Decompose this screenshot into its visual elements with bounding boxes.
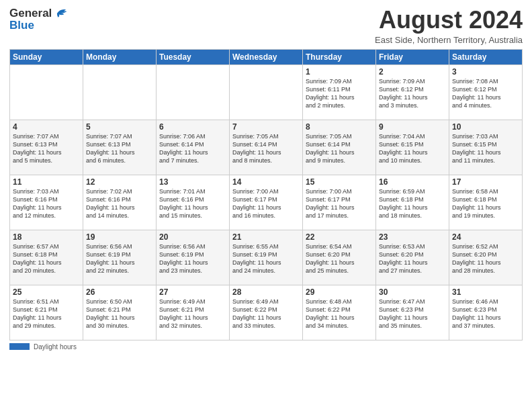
day-info: Sunrise: 6:46 AM Sunset: 6:23 PM Dayligh… — [452, 298, 519, 330]
calendar-cell: 9Sunrise: 7:04 AM Sunset: 6:15 PM Daylig… — [376, 120, 449, 175]
day-number: 21 — [232, 232, 300, 242]
title-block: August 2024 East Side, Northern Territor… — [375, 7, 523, 45]
day-info: Sunrise: 6:55 AM Sunset: 6:19 PM Dayligh… — [232, 242, 300, 275]
day-number: 29 — [306, 287, 373, 297]
calendar-cell: 13Sunrise: 7:01 AM Sunset: 6:16 PM Dayli… — [157, 175, 230, 230]
calendar-cell: 17Sunrise: 6:58 AM Sunset: 6:18 PM Dayli… — [449, 175, 523, 230]
header: General Blue August 2024 East Side, Nort… — [9, 7, 523, 45]
calendar-table: SundayMondayTuesdayWednesdayThursdayFrid… — [9, 49, 523, 340]
day-number: 20 — [159, 232, 226, 242]
day-info: Sunrise: 7:07 AM Sunset: 6:13 PM Dayligh… — [13, 132, 80, 165]
calendar-cell: 23Sunrise: 6:53 AM Sunset: 6:20 PM Dayli… — [376, 230, 449, 285]
logo-general-text: General — [9, 7, 52, 20]
calendar-week-row: 1Sunrise: 7:09 AM Sunset: 6:11 PM Daylig… — [10, 64, 523, 120]
calendar-cell: 14Sunrise: 7:00 AM Sunset: 6:17 PM Dayli… — [230, 175, 303, 230]
day-number: 5 — [86, 122, 153, 132]
weekday-header-wednesday: Wednesday — [230, 49, 303, 64]
calendar-cell: 22Sunrise: 6:54 AM Sunset: 6:20 PM Dayli… — [303, 230, 376, 285]
calendar-cell: 1Sunrise: 7:09 AM Sunset: 6:11 PM Daylig… — [303, 64, 376, 120]
calendar-cell: 27Sunrise: 6:49 AM Sunset: 6:21 PM Dayli… — [157, 285, 230, 340]
day-number: 11 — [13, 177, 80, 187]
day-info: Sunrise: 7:09 AM Sunset: 6:11 PM Dayligh… — [306, 77, 373, 110]
calendar-cell: 29Sunrise: 6:48 AM Sunset: 6:22 PM Dayli… — [303, 285, 376, 340]
calendar-cell: 2Sunrise: 7:09 AM Sunset: 6:12 PM Daylig… — [376, 64, 449, 120]
day-number: 12 — [86, 177, 153, 187]
calendar-cell: 26Sunrise: 6:50 AM Sunset: 6:21 PM Dayli… — [83, 285, 157, 340]
day-info: Sunrise: 6:56 AM Sunset: 6:19 PM Dayligh… — [86, 242, 153, 275]
day-info: Sunrise: 7:05 AM Sunset: 6:14 PM Dayligh… — [232, 132, 300, 165]
calendar-cell: 3Sunrise: 7:08 AM Sunset: 6:12 PM Daylig… — [449, 64, 523, 120]
day-number: 3 — [452, 67, 519, 77]
day-info: Sunrise: 6:50 AM Sunset: 6:21 PM Dayligh… — [86, 298, 153, 330]
day-number: 4 — [13, 122, 80, 132]
weekday-header-saturday: Saturday — [449, 49, 523, 64]
day-number: 8 — [306, 122, 373, 132]
calendar-cell: 20Sunrise: 6:56 AM Sunset: 6:19 PM Dayli… — [157, 230, 230, 285]
calendar-cell: 15Sunrise: 7:00 AM Sunset: 6:17 PM Dayli… — [303, 175, 376, 230]
logo-blue-text: Blue — [9, 19, 68, 32]
day-number: 6 — [159, 122, 226, 132]
calendar-cell: 18Sunrise: 6:57 AM Sunset: 6:18 PM Dayli… — [10, 230, 83, 285]
day-info: Sunrise: 6:58 AM Sunset: 6:18 PM Dayligh… — [452, 187, 519, 220]
calendar-cell — [83, 64, 157, 120]
calendar-cell: 28Sunrise: 6:49 AM Sunset: 6:22 PM Dayli… — [230, 285, 303, 340]
calendar-cell: 19Sunrise: 6:56 AM Sunset: 6:19 PM Dayli… — [83, 230, 157, 285]
day-number: 31 — [452, 287, 519, 297]
weekday-header-friday: Friday — [376, 49, 449, 64]
day-info: Sunrise: 6:57 AM Sunset: 6:18 PM Dayligh… — [13, 242, 80, 275]
calendar-cell: 7Sunrise: 7:05 AM Sunset: 6:14 PM Daylig… — [230, 120, 303, 175]
calendar-week-row: 11Sunrise: 7:03 AM Sunset: 6:16 PM Dayli… — [10, 175, 523, 230]
day-number: 7 — [232, 122, 300, 132]
day-info: Sunrise: 7:01 AM Sunset: 6:16 PM Dayligh… — [159, 187, 226, 220]
day-number: 19 — [86, 232, 153, 242]
day-info: Sunrise: 7:04 AM Sunset: 6:15 PM Dayligh… — [379, 132, 446, 165]
calendar-week-row: 4Sunrise: 7:07 AM Sunset: 6:13 PM Daylig… — [10, 120, 523, 175]
day-info: Sunrise: 7:07 AM Sunset: 6:13 PM Dayligh… — [86, 132, 153, 165]
weekday-header-monday: Monday — [83, 49, 157, 64]
calendar-cell — [157, 64, 230, 120]
day-info: Sunrise: 6:53 AM Sunset: 6:20 PM Dayligh… — [379, 242, 446, 275]
calendar-cell — [10, 64, 83, 120]
calendar-cell: 11Sunrise: 7:03 AM Sunset: 6:16 PM Dayli… — [10, 175, 83, 230]
calendar-cell: 6Sunrise: 7:06 AM Sunset: 6:14 PM Daylig… — [157, 120, 230, 175]
day-info: Sunrise: 7:05 AM Sunset: 6:14 PM Dayligh… — [306, 132, 373, 165]
logo-bird-icon — [53, 7, 68, 20]
day-info: Sunrise: 7:03 AM Sunset: 6:16 PM Dayligh… — [13, 187, 80, 220]
calendar-cell: 21Sunrise: 6:55 AM Sunset: 6:19 PM Dayli… — [230, 230, 303, 285]
weekday-header-thursday: Thursday — [303, 49, 376, 64]
day-number: 17 — [452, 177, 519, 187]
day-number: 28 — [232, 287, 300, 297]
day-info: Sunrise: 6:47 AM Sunset: 6:23 PM Dayligh… — [379, 298, 446, 330]
day-number: 10 — [452, 122, 519, 132]
calendar-cell: 8Sunrise: 7:05 AM Sunset: 6:14 PM Daylig… — [303, 120, 376, 175]
calendar-cell: 10Sunrise: 7:03 AM Sunset: 6:15 PM Dayli… — [449, 120, 523, 175]
weekday-header-row: SundayMondayTuesdayWednesdayThursdayFrid… — [10, 49, 523, 64]
day-info: Sunrise: 7:09 AM Sunset: 6:12 PM Dayligh… — [379, 77, 446, 110]
weekday-header-tuesday: Tuesday — [157, 49, 230, 64]
calendar-cell — [230, 64, 303, 120]
day-number: 26 — [86, 287, 153, 297]
day-number: 23 — [379, 232, 446, 242]
day-number: 1 — [306, 67, 373, 77]
day-info: Sunrise: 6:56 AM Sunset: 6:19 PM Dayligh… — [159, 242, 226, 275]
day-info: Sunrise: 7:06 AM Sunset: 6:14 PM Dayligh… — [159, 132, 226, 165]
calendar-cell: 12Sunrise: 7:02 AM Sunset: 6:16 PM Dayli… — [83, 175, 157, 230]
logo: General Blue — [9, 7, 68, 32]
daylight-bar-icon — [9, 343, 30, 350]
calendar-cell: 16Sunrise: 6:59 AM Sunset: 6:18 PM Dayli… — [376, 175, 449, 230]
calendar-week-row: 18Sunrise: 6:57 AM Sunset: 6:18 PM Dayli… — [10, 230, 523, 285]
day-number: 2 — [379, 67, 446, 77]
calendar-cell: 25Sunrise: 6:51 AM Sunset: 6:21 PM Dayli… — [10, 285, 83, 340]
month-title: August 2024 — [375, 7, 523, 34]
day-number: 18 — [13, 232, 80, 242]
footer-note: Daylight hours — [9, 343, 523, 351]
weekday-header-sunday: Sunday — [10, 49, 83, 64]
calendar-cell: 4Sunrise: 7:07 AM Sunset: 6:13 PM Daylig… — [10, 120, 83, 175]
daylight-label: Daylight hours — [34, 343, 77, 351]
day-number: 24 — [452, 232, 519, 242]
day-info: Sunrise: 6:51 AM Sunset: 6:21 PM Dayligh… — [13, 298, 80, 330]
day-info: Sunrise: 7:00 AM Sunset: 6:17 PM Dayligh… — [232, 187, 300, 220]
calendar-cell: 5Sunrise: 7:07 AM Sunset: 6:13 PM Daylig… — [83, 120, 157, 175]
calendar-cell: 30Sunrise: 6:47 AM Sunset: 6:23 PM Dayli… — [376, 285, 449, 340]
day-number: 9 — [379, 122, 446, 132]
